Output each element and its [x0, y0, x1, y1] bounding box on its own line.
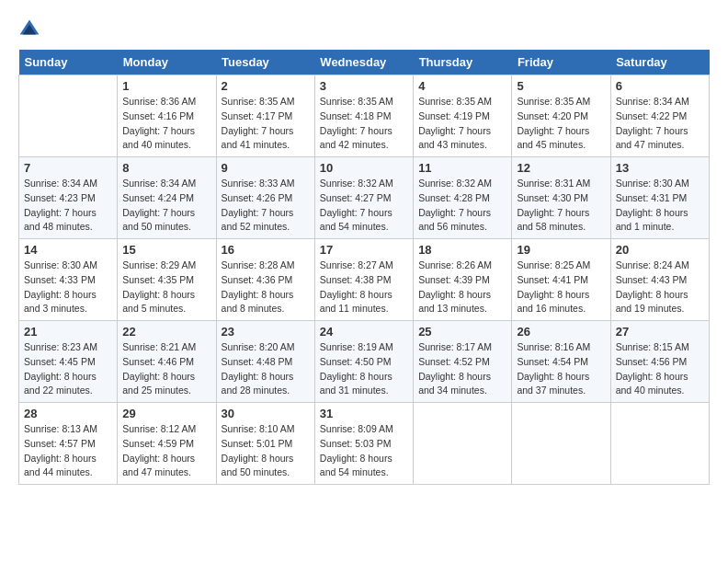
day-number: 21	[24, 325, 112, 339]
day-number: 5	[517, 79, 605, 93]
calendar-cell: 23 Sunrise: 8:20 AM Sunset: 4:48 PM Dayl…	[216, 321, 314, 403]
sunset-text: Sunset: 4:45 PM	[24, 355, 112, 370]
sunrise-text: Sunrise: 8:36 AM	[122, 95, 210, 109]
weekday-header: Monday	[118, 50, 216, 75]
sunrise-text: Sunrise: 8:33 AM	[222, 177, 310, 191]
daylight-text: Daylight: 8 hours and 50 minutes.	[222, 452, 310, 481]
sunrise-text: Sunrise: 8:29 AM	[122, 259, 210, 273]
sunset-text: Sunset: 5:03 PM	[320, 437, 408, 452]
daylight-text: Daylight: 7 hours and 54 minutes.	[320, 206, 408, 236]
sunrise-text: Sunrise: 8:24 AM	[616, 259, 704, 273]
day-info: Sunrise: 8:27 AM Sunset: 4:38 PM Dayligh…	[320, 259, 408, 316]
day-info: Sunrise: 8:16 AM Sunset: 4:54 PM Dayligh…	[517, 340, 605, 398]
sunrise-text: Sunrise: 8:17 AM	[418, 340, 506, 355]
daylight-text: Daylight: 8 hours and 13 minutes.	[418, 288, 506, 317]
sunrise-text: Sunrise: 8:31 AM	[517, 177, 605, 191]
day-info: Sunrise: 8:09 AM Sunset: 5:03 PM Dayligh…	[320, 422, 408, 480]
sunset-text: Sunset: 4:26 PM	[222, 191, 310, 206]
day-number: 16	[222, 243, 310, 257]
day-info: Sunrise: 8:15 AM Sunset: 4:56 PM Dayligh…	[616, 340, 704, 398]
calendar-cell: 12 Sunrise: 8:31 AM Sunset: 4:30 PM Dayl…	[512, 157, 610, 239]
sunset-text: Sunset: 4:39 PM	[418, 273, 506, 288]
sunrise-text: Sunrise: 8:35 AM	[222, 95, 310, 109]
daylight-text: Daylight: 8 hours and 28 minutes.	[222, 370, 310, 399]
day-info: Sunrise: 8:19 AM Sunset: 4:50 PM Dayligh…	[320, 340, 408, 398]
sunset-text: Sunset: 4:38 PM	[320, 273, 408, 288]
day-info: Sunrise: 8:35 AM Sunset: 4:17 PM Dayligh…	[222, 95, 310, 153]
day-number: 18	[418, 243, 506, 257]
day-info: Sunrise: 8:12 AM Sunset: 4:59 PM Dayligh…	[122, 422, 210, 480]
calendar-week-row: 14 Sunrise: 8:30 AM Sunset: 4:33 PM Dayl…	[19, 239, 710, 321]
day-number: 23	[222, 325, 310, 339]
sunrise-text: Sunrise: 8:27 AM	[320, 259, 408, 273]
calendar-cell: 3 Sunrise: 8:35 AM Sunset: 4:18 PM Dayli…	[314, 75, 413, 157]
calendar-cell: 21 Sunrise: 8:23 AM Sunset: 4:45 PM Dayl…	[19, 321, 118, 403]
daylight-text: Daylight: 8 hours and 5 minutes.	[122, 288, 210, 317]
calendar-table: SundayMondayTuesdayWednesdayThursdayFrid…	[18, 50, 710, 485]
sunrise-text: Sunrise: 8:35 AM	[517, 95, 605, 109]
sunset-text: Sunset: 4:56 PM	[616, 355, 704, 370]
sunset-text: Sunset: 4:18 PM	[320, 109, 408, 124]
day-info: Sunrise: 8:30 AM Sunset: 4:33 PM Dayligh…	[24, 259, 112, 316]
calendar-cell: 16 Sunrise: 8:28 AM Sunset: 4:36 PM Dayl…	[216, 239, 314, 321]
daylight-text: Daylight: 8 hours and 8 minutes.	[222, 288, 310, 317]
day-info: Sunrise: 8:34 AM Sunset: 4:24 PM Dayligh…	[122, 177, 210, 235]
daylight-text: Daylight: 8 hours and 1 minute.	[616, 206, 704, 236]
sunrise-text: Sunrise: 8:32 AM	[418, 177, 506, 191]
calendar-cell: 31 Sunrise: 8:09 AM Sunset: 5:03 PM Dayl…	[314, 403, 413, 485]
day-number: 17	[320, 243, 408, 257]
calendar-cell: 26 Sunrise: 8:16 AM Sunset: 4:54 PM Dayl…	[512, 321, 610, 403]
day-number: 6	[616, 79, 704, 93]
day-info: Sunrise: 8:29 AM Sunset: 4:35 PM Dayligh…	[122, 259, 210, 316]
day-number: 3	[320, 79, 408, 93]
weekday-header: Saturday	[610, 50, 709, 75]
daylight-text: Daylight: 7 hours and 48 minutes.	[24, 206, 112, 236]
calendar-cell: 7 Sunrise: 8:34 AM Sunset: 4:23 PM Dayli…	[19, 157, 118, 239]
day-info: Sunrise: 8:35 AM Sunset: 4:19 PM Dayligh…	[418, 95, 506, 153]
day-info: Sunrise: 8:21 AM Sunset: 4:46 PM Dayligh…	[122, 340, 210, 398]
sunset-text: Sunset: 4:20 PM	[517, 109, 605, 124]
day-info: Sunrise: 8:25 AM Sunset: 4:41 PM Dayligh…	[517, 259, 605, 316]
sunrise-text: Sunrise: 8:10 AM	[222, 422, 310, 437]
day-info: Sunrise: 8:13 AM Sunset: 4:57 PM Dayligh…	[24, 422, 112, 480]
calendar-header-row: SundayMondayTuesdayWednesdayThursdayFrid…	[19, 50, 710, 75]
sunrise-text: Sunrise: 8:32 AM	[320, 177, 408, 191]
sunrise-text: Sunrise: 8:35 AM	[418, 95, 506, 109]
calendar-cell	[610, 403, 709, 485]
calendar-cell: 13 Sunrise: 8:30 AM Sunset: 4:31 PM Dayl…	[610, 157, 709, 239]
day-info: Sunrise: 8:30 AM Sunset: 4:31 PM Dayligh…	[616, 177, 704, 235]
calendar-cell: 29 Sunrise: 8:12 AM Sunset: 4:59 PM Dayl…	[118, 403, 216, 485]
day-number: 19	[517, 243, 605, 257]
calendar-cell: 10 Sunrise: 8:32 AM Sunset: 4:27 PM Dayl…	[314, 157, 413, 239]
sunset-text: Sunset: 4:27 PM	[320, 191, 408, 206]
calendar-cell: 8 Sunrise: 8:34 AM Sunset: 4:24 PM Dayli…	[118, 157, 216, 239]
daylight-text: Daylight: 7 hours and 50 minutes.	[122, 206, 210, 236]
sunrise-text: Sunrise: 8:30 AM	[24, 259, 112, 273]
day-number: 28	[24, 407, 112, 420]
sunset-text: Sunset: 4:59 PM	[122, 437, 210, 452]
weekday-header: Sunday	[19, 50, 118, 75]
sunset-text: Sunset: 4:31 PM	[616, 191, 704, 206]
daylight-text: Daylight: 8 hours and 31 minutes.	[320, 370, 408, 399]
sunset-text: Sunset: 4:50 PM	[320, 355, 408, 370]
sunset-text: Sunset: 4:46 PM	[122, 355, 210, 370]
calendar-week-row: 7 Sunrise: 8:34 AM Sunset: 4:23 PM Dayli…	[19, 157, 710, 239]
calendar-week-row: 28 Sunrise: 8:13 AM Sunset: 4:57 PM Dayl…	[19, 403, 710, 485]
calendar-cell: 11 Sunrise: 8:32 AM Sunset: 4:28 PM Dayl…	[414, 157, 512, 239]
day-info: Sunrise: 8:23 AM Sunset: 4:45 PM Dayligh…	[24, 340, 112, 398]
day-info: Sunrise: 8:26 AM Sunset: 4:39 PM Dayligh…	[418, 259, 506, 316]
sunset-text: Sunset: 4:43 PM	[616, 273, 704, 288]
daylight-text: Daylight: 8 hours and 11 minutes.	[320, 288, 408, 317]
daylight-text: Daylight: 8 hours and 25 minutes.	[122, 370, 210, 399]
weekday-header: Wednesday	[314, 50, 413, 75]
day-info: Sunrise: 8:17 AM Sunset: 4:52 PM Dayligh…	[418, 340, 506, 398]
day-number: 1	[122, 79, 210, 93]
page-header	[18, 18, 710, 40]
day-info: Sunrise: 8:34 AM Sunset: 4:23 PM Dayligh…	[24, 177, 112, 235]
daylight-text: Daylight: 8 hours and 40 minutes.	[616, 370, 704, 399]
day-info: Sunrise: 8:10 AM Sunset: 5:01 PM Dayligh…	[222, 422, 310, 480]
day-number: 8	[122, 161, 210, 175]
calendar-cell: 4 Sunrise: 8:35 AM Sunset: 4:19 PM Dayli…	[414, 75, 512, 157]
day-info: Sunrise: 8:24 AM Sunset: 4:43 PM Dayligh…	[616, 259, 704, 316]
daylight-text: Daylight: 8 hours and 44 minutes.	[24, 452, 112, 481]
